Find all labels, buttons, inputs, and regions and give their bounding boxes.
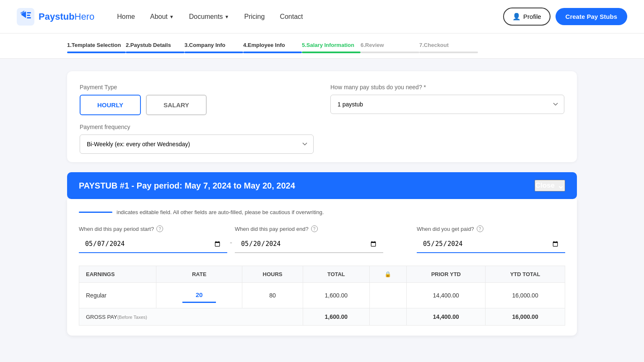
col-prior-ytd: PRIOR YTD (407, 266, 486, 283)
paid-date-input[interactable] (417, 235, 565, 253)
step-7[interactable]: 7.Checkout (419, 42, 478, 58)
gross-total: 1,600.00 (303, 308, 369, 326)
documents-chevron-icon: ▼ (225, 14, 229, 19)
gross-prior-ytd: 14,400.00 (407, 308, 486, 326)
row-rate-cell (156, 283, 242, 308)
pay-period-start-input[interactable] (79, 235, 227, 253)
gross-pay-label: GROSS PAY(Before Taxes) (79, 308, 303, 326)
step-1[interactable]: 1.Template Selection (67, 42, 126, 58)
steps-bar: 1.Template Selection 2.Paystub Details 3… (0, 34, 644, 59)
salary-button[interactable]: SALARY (146, 95, 207, 115)
step-6-bar (361, 52, 419, 53)
col-hours: HOURS (242, 266, 303, 283)
end-date-info-icon[interactable]: ? (311, 225, 318, 232)
date-separator: - (227, 238, 235, 247)
paystub-content: indicates editable field. All other fiel… (67, 199, 577, 336)
user-icon: 👤 (512, 13, 521, 21)
paystubs-count-label: How many pay stubs do you need? * (330, 84, 564, 90)
col-lock: 🔒 (369, 266, 407, 283)
col-rate: RATE (156, 266, 242, 283)
row-hours: 80 (242, 283, 303, 308)
nav-actions: 👤 Profile Create Pay Stubs (503, 8, 627, 26)
gross-lock (369, 308, 407, 326)
paystub-header: PAYSTUB #1 - Pay period: May 7, 2024 to … (67, 172, 577, 199)
gross-pay-row: GROSS PAY(Before Taxes) 1,600.00 14,400.… (79, 308, 565, 326)
step-7-bar (419, 52, 478, 53)
step-5[interactable]: 5.Salary Information (302, 42, 361, 58)
row-prior-ytd: 14,400.00 (407, 283, 486, 308)
step-3-label: 3.Company Info (184, 42, 226, 48)
about-chevron-icon: ▼ (169, 14, 174, 19)
nav-home[interactable]: Home (111, 10, 141, 24)
payment-frequency-select[interactable]: Bi-Weekly (ex: every other Wednesday) We… (80, 134, 314, 154)
gross-ytd-total: 16,000.00 (486, 308, 565, 326)
pay-period-start-field: When did this pay period start? ? (79, 225, 227, 253)
logo-icon (17, 8, 34, 26)
col-ytd-total: YTD TOTAL (486, 266, 565, 283)
step-1-label: 1.Template Selection (67, 42, 121, 48)
step-4-bar (243, 52, 302, 53)
editable-indicator (79, 212, 112, 213)
col-total: TOTAL (303, 266, 369, 283)
payment-type-section: Payment Type HOURLY SALARY Payment frequ… (80, 84, 314, 154)
svg-rect-2 (27, 15, 30, 16)
row-lock (369, 283, 407, 308)
nav-pricing[interactable]: Pricing (238, 10, 270, 24)
row-earnings-label: Regular (79, 283, 156, 308)
paystub-title: PAYSTUB #1 - Pay period: May 7, 2024 to … (79, 181, 295, 191)
step-3-bar (184, 52, 243, 53)
editable-note: indicates editable field. All other fiel… (79, 209, 565, 215)
paid-date-field: When did you get paid? ? (417, 225, 565, 253)
paid-date-label: When did you get paid? ? (417, 225, 565, 232)
col-earnings: EARNINGS (79, 266, 156, 283)
profile-button[interactable]: 👤 Profile (503, 8, 551, 26)
hourly-button[interactable]: HOURLY (80, 95, 141, 115)
start-date-info-icon[interactable]: ? (156, 225, 163, 232)
paystubs-count-section: How many pay stubs do you need? * 1 pays… (330, 84, 564, 114)
pay-period-start-label: When did this pay period start? ? (79, 225, 227, 232)
step-6[interactable]: 6.Review (361, 42, 419, 58)
nav-links: Home About ▼ Documents ▼ Pricing Contact (111, 10, 503, 24)
close-paystub-button[interactable]: Close ⌄ (535, 180, 565, 191)
row-ytd-total: 16,000.00 (486, 283, 565, 308)
step-1-bar (67, 52, 126, 53)
nav-about[interactable]: About ▼ (144, 10, 180, 24)
dates-row: When did this pay period start? ? - When… (79, 225, 565, 253)
payment-frequency-section: Payment frequency Bi-Weekly (ex: every o… (80, 124, 314, 154)
step-3[interactable]: 3.Company Info (184, 42, 243, 58)
pay-period-end-label: When did this pay period end? ? (235, 225, 383, 232)
paystub-details-form: Payment Type HOURLY SALARY Payment frequ… (67, 71, 577, 162)
chevron-down-icon: ⌄ (557, 181, 564, 191)
rate-input[interactable] (182, 288, 216, 303)
nav-contact[interactable]: Contact (274, 10, 309, 24)
pay-period-end-input[interactable] (235, 235, 383, 253)
payment-type-label: Payment Type (80, 84, 314, 90)
payment-frequency-label: Payment frequency (80, 124, 314, 130)
step-2-bar (126, 52, 184, 53)
earnings-table: EARNINGS RATE HOURS TOTAL 🔒 PRIOR YTD YT… (79, 266, 565, 326)
svg-rect-3 (27, 17, 31, 18)
step-5-label: 5.Salary Information (302, 42, 354, 48)
logo[interactable]: PaystubHero (17, 8, 94, 26)
create-paystubs-button[interactable]: Create Pay Stubs (556, 8, 627, 25)
step-4-label: 4.Employee Info (243, 42, 285, 48)
step-6-label: 6.Review (361, 42, 384, 48)
logo-text: PaystubHero (39, 11, 94, 22)
lock-icon: 🔒 (384, 271, 391, 277)
step-5-bar (302, 52, 361, 53)
table-row: Regular 80 1,600.00 14,400.00 16,000.00 (79, 283, 565, 308)
paid-date-info-icon[interactable]: ? (477, 225, 483, 232)
step-2[interactable]: 2.Paystub Details (126, 42, 184, 58)
step-2-label: 2.Paystub Details (126, 42, 171, 48)
pay-period-end-field: When did this pay period end? ? (235, 225, 383, 253)
step-7-label: 7.Checkout (419, 42, 449, 48)
nav-documents[interactable]: Documents ▼ (183, 10, 235, 24)
step-4[interactable]: 4.Employee Info (243, 42, 302, 58)
row-total: 1,600.00 (303, 283, 369, 308)
paystubs-count-select[interactable]: 1 paystub 2 paystubs 3 paystubs (330, 95, 564, 114)
svg-rect-1 (27, 12, 31, 13)
